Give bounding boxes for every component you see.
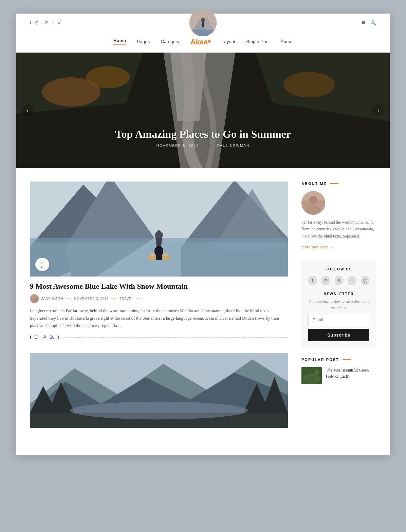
nav-category[interactable]: Category — [161, 39, 180, 44]
about-me-title: ABOUT ME — [301, 182, 376, 186]
hero-title: Top Amazing Places to Go in Summer — [16, 128, 390, 140]
hero-next-button[interactable]: › — [372, 104, 384, 116]
post-social-row: f G+ P Su t — [30, 335, 288, 340]
post-author-row: JANE SMITH NOVEMBER 3, 2019 TRAVEL — [30, 294, 288, 303]
post-share-twitter[interactable]: t — [58, 335, 59, 340]
page-wrapper: f G+ P t V — [16, 14, 390, 455]
post-share-pinterest[interactable]: P — [43, 335, 46, 340]
svg-rect-4 — [202, 22, 204, 27]
main-content: ♡ 261 9 Most Awesome Blue Lake With Snow… — [16, 168, 390, 455]
brand-text-main: Ak — [190, 38, 200, 46]
hero-content: Top Amazing Places to Go in Summer NOVEM… — [16, 128, 390, 148]
post-social-divider — [62, 337, 288, 338]
follow-pinterest[interactable]: P — [321, 276, 330, 285]
hero-slider: ‹ › Top Amazing Places to Go in Summer N… — [16, 53, 390, 168]
author-name: JANE SMITH — [41, 297, 63, 301]
brand-text-highlight: ea — [200, 38, 207, 46]
social-gplus-link[interactable]: G+ — [35, 20, 41, 25]
post-share-stumble[interactable]: Su — [50, 335, 55, 340]
post-card-1: ♡ 261 9 Most Awesome Blue Lake With Snow… — [30, 182, 288, 340]
nav-pages[interactable]: Pages — [137, 39, 150, 44]
post-share-gplus[interactable]: G+ — [34, 335, 40, 340]
follow-icons: f P S t ◯ — [308, 276, 369, 285]
header: f G+ P t V — [16, 14, 390, 32]
post-date: NOVEMBER 3, 2019 — [74, 297, 108, 301]
sidebar: ABOUT ME Far far away, behind the word m… — [301, 182, 376, 441]
nav-layout[interactable]: Layout — [222, 39, 236, 44]
hero-separator: — — [206, 144, 212, 148]
header-social: f G+ P t V — [30, 20, 60, 25]
like-heart-icon: ♡ — [40, 260, 44, 265]
post-lake-image — [30, 182, 288, 277]
post-image-2 — [30, 353, 288, 428]
svg-point-40 — [314, 369, 319, 375]
menu-icon[interactable]: ≡ — [362, 20, 365, 26]
follow-newsletter-box: FOLLOW US f P S t ◯ NEWSLETTER Fill your… — [301, 261, 376, 348]
follow-facebook[interactable]: f — [308, 276, 317, 285]
svg-rect-24 — [156, 252, 162, 260]
logo-circle — [189, 9, 217, 36]
post-title-1[interactable]: 9 Most Awesome Blue Lake With Snow Mount… — [30, 282, 288, 291]
hero-prev-button[interactable]: ‹ — [22, 104, 34, 116]
about-text: Far far away, behind the word mountains,… — [301, 219, 376, 240]
follow-instagram[interactable]: ◯ — [361, 276, 369, 285]
post-image-1: ♡ 261 — [30, 182, 288, 277]
svg-rect-37 — [301, 367, 322, 384]
subscribe-button[interactable]: Subscribe — [308, 329, 369, 341]
social-facebook-link[interactable]: f — [30, 20, 31, 25]
post-share-facebook[interactable]: f — [30, 335, 31, 340]
svg-point-38 — [303, 374, 320, 384]
email-input[interactable] — [308, 314, 369, 326]
brand-dot: • — [207, 36, 210, 46]
svg-point-3 — [201, 18, 205, 22]
post-category: TRAVEL — [119, 297, 133, 301]
header-right: ≡ 🔍 — [362, 20, 376, 26]
post-card-2 — [30, 353, 288, 428]
svg-point-34 — [301, 191, 325, 215]
svg-point-33 — [70, 402, 248, 419]
search-icon[interactable]: 🔍 — [370, 20, 376, 25]
social-vimeo-link[interactable]: V — [58, 20, 61, 25]
popular-post-section: POPULAR POST The Most Beautiful Green Fi… — [301, 358, 376, 384]
hero-overlay — [16, 53, 390, 168]
follow-twitter[interactable]: t — [348, 276, 356, 285]
post-mountain-image — [30, 353, 288, 428]
author-date-separator — [66, 299, 71, 299]
post-like-button[interactable]: ♡ 261 — [35, 258, 49, 271]
date-category-separator — [111, 299, 117, 299]
nav-home[interactable]: Home — [113, 38, 126, 45]
popular-post-title: POPULAR POST — [301, 358, 376, 362]
nav-single-post[interactable]: Single Post — [246, 39, 270, 44]
newsletter-desc: Fill your email below to subscribe to my… — [308, 299, 369, 310]
nav-brand: Akea• — [190, 36, 211, 47]
hero-author: PAUL NEWMAN — [217, 144, 250, 148]
popular-thumb-1 — [301, 367, 322, 384]
sidebar-about-section: ABOUT ME Far far away, behind the word m… — [301, 182, 376, 250]
svg-marker-39 — [301, 374, 315, 384]
posts-column: ♡ 261 9 Most Awesome Blue Lake With Snow… — [30, 182, 288, 441]
nav-about[interactable]: About — [281, 39, 293, 44]
social-twitter-link[interactable]: t — [52, 20, 54, 25]
post-excerpt-1: I neglect my talents Far far away, behin… — [30, 307, 288, 329]
hero-meta: NOVEMBER 8, 2019 — PAUL NEWMAN — [16, 144, 390, 148]
more-about-link[interactable]: more about me → — [301, 245, 334, 249]
like-count: 261 — [39, 265, 45, 269]
popular-item-1: The Most Beautiful Green Field on Earth — [301, 367, 376, 384]
svg-rect-5 — [189, 30, 217, 36]
follow-title: FOLLOW US — [308, 267, 369, 271]
social-pinterest-link[interactable]: P — [45, 20, 48, 25]
newsletter-title: NEWSLETTER — [308, 292, 369, 296]
category-end-separator — [136, 299, 142, 299]
author-avatar — [30, 294, 39, 303]
svg-point-35 — [309, 196, 317, 204]
follow-skype[interactable]: S — [335, 276, 343, 285]
hero-date: NOVEMBER 8, 2019 — [156, 144, 199, 148]
svg-point-36 — [306, 205, 321, 215]
header-logo — [189, 9, 217, 36]
popular-item-title-1[interactable]: The Most Beautiful Green Field on Earth — [326, 367, 376, 379]
about-avatar — [301, 191, 325, 215]
